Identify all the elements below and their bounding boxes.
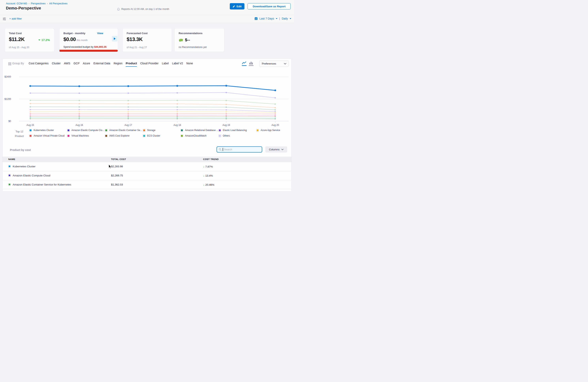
table-row[interactable]: Amazon Elastic Compute Cloud$2,269.75↓13… [2, 171, 292, 180]
budget-exceeded-label: Spend exceeded budget by [63, 46, 94, 48]
legend-label: Amazon Relational Database ... [185, 129, 218, 132]
legend-label: Amazon Elastic Container Se... [109, 129, 142, 132]
svg-text:Aug 18: Aug 18 [173, 124, 181, 127]
row-name: Amazon Elastic Compute Cloud [13, 174, 50, 177]
legend-label: ECS Cluster [147, 134, 160, 137]
edit-button-label: Edit [236, 5, 242, 8]
legend-item[interactable]: Azure App Service [256, 129, 294, 132]
row-name: Amazon Elastic Container Service for Kub… [13, 183, 71, 186]
legend-item[interactable]: Kubernetes Cluster [29, 129, 67, 132]
download-save-report-button[interactable]: Download/Save as Report [248, 3, 291, 9]
tab-cost-categories[interactable]: Cost Categories [29, 62, 48, 65]
legend-item[interactable]: AmazonCloudWatch [181, 134, 219, 137]
legend-label: Others [223, 134, 230, 137]
legend-item[interactable]: Virtual Machines [67, 134, 105, 137]
svg-text:Aug 19: Aug 19 [222, 124, 230, 127]
search-input[interactable] [224, 148, 258, 151]
trend-down-arrow-icon: ↓ [203, 165, 205, 168]
page-header: Account: CCM-NG › Perspectives › All Per… [0, 0, 294, 15]
tab-azure[interactable]: Azure [83, 62, 90, 65]
forecasted-cost-period: of Aug 21 - Aug 27 [127, 46, 147, 49]
legend-swatch [29, 134, 32, 137]
breadcrumb-all-perspectives-link[interactable]: All Perspectives [49, 2, 67, 5]
group-by-label: Group By [12, 62, 24, 65]
tab-region[interactable]: Region [114, 62, 122, 65]
total-cost-period: of Aug 15 - Aug 20 [9, 46, 29, 49]
total-cost-card: Total Cost $11.2K 17.2% of Aug 15 - Aug … [5, 28, 54, 52]
row-total-cost: $1,362.03 [111, 183, 123, 186]
svg-text:Aug 16: Aug 16 [75, 124, 83, 127]
date-range-selector[interactable]: Last 7 Days [259, 17, 274, 20]
bell-icon [117, 7, 120, 11]
legend-label: Elastic Load Balancing [223, 129, 247, 132]
legend-item[interactable]: ECS Cluster [143, 134, 181, 137]
legend-label: Kubernetes Cluster [34, 129, 54, 132]
y-axis-tick: $2400 [1, 75, 11, 78]
legend-item[interactable]: Amazon Relational Database ... [181, 129, 219, 132]
legend-item[interactable]: Elastic Load Balancing [219, 129, 256, 132]
legend-label: Storage [147, 129, 155, 132]
column-header-cost-trend: COST TREND [203, 158, 219, 160]
bar-chart-icon [249, 61, 253, 65]
budget-view-link[interactable]: View [97, 32, 103, 35]
breadcrumb-account-link[interactable]: Account: CCM-NG [6, 2, 27, 5]
search-box[interactable] [217, 146, 262, 153]
budget-value: $0.00this month [63, 36, 87, 42]
tab-external-data[interactable]: External Data [93, 62, 110, 65]
tab-label[interactable]: Label [162, 62, 169, 65]
tab-gcp[interactable]: GCP [74, 62, 79, 65]
preferences-dropdown[interactable]: Preferences [259, 60, 289, 67]
pencil-icon [232, 5, 235, 8]
row-color-swatch [8, 174, 11, 177]
filter-bar: + add filter Last 7 Days | Daily [0, 15, 294, 23]
divider: | [279, 17, 280, 20]
line-chart-toggle[interactable] [242, 61, 247, 66]
legend-swatch [181, 134, 183, 137]
table-section-title: Product by cost [10, 148, 31, 152]
budget-expand-button[interactable] [112, 36, 117, 41]
table-row[interactable]: Amazon Elastic Container Service for Kub… [2, 180, 292, 189]
tab-aws[interactable]: AWS [64, 62, 70, 65]
legend-item[interactable]: Amazon Elastic Container Se... [105, 129, 143, 132]
row-total-cost: $2,283.98 [111, 165, 123, 168]
svg-text:Aug 15: Aug 15 [26, 124, 34, 127]
chart-legend-row-2: Amazon Virtual Private CloudVirtual Mach… [29, 134, 256, 137]
chevron-down-icon[interactable] [290, 18, 291, 19]
add-filter-button[interactable]: + add filter [9, 17, 22, 20]
budget-amount: $0.00 [63, 36, 76, 42]
granularity-selector[interactable]: Daily [282, 17, 288, 20]
legend-swatch [181, 129, 183, 132]
legend-item[interactable]: Amazon Virtual Private Cloud [29, 134, 67, 137]
legend-item[interactable]: Others [219, 134, 256, 137]
table-row[interactable]: Kubernetes Cluster$2,283.98↓7.87% [2, 162, 292, 171]
legend-swatch [105, 134, 107, 137]
columns-label: Columns [269, 148, 279, 151]
svg-text:Aug 17: Aug 17 [125, 124, 132, 127]
legend-swatch [29, 129, 32, 132]
recommendations-note: no Recommendations yet [179, 46, 207, 49]
bar-chart-toggle[interactable] [249, 61, 253, 66]
tab-product[interactable]: Product [126, 61, 137, 65]
legend-swatch [219, 134, 221, 137]
breadcrumb-perspectives-link[interactable]: Perspectives [31, 2, 45, 5]
tab-label-v2[interactable]: Label V2 [172, 62, 183, 65]
tab-none[interactable]: None [186, 62, 193, 65]
legend-label: AmazonCloudWatch [185, 134, 207, 137]
legend-swatch [256, 129, 259, 132]
legend-item[interactable]: Amazon Elastic Compute Clo... [67, 129, 105, 132]
legend-swatch [105, 129, 107, 132]
filter-sliders-icon[interactable] [2, 17, 6, 21]
legend-swatch [67, 129, 70, 132]
trend-percent: 20.46% [205, 183, 214, 186]
legend-item[interactable]: Storage [143, 129, 181, 132]
chevron-down-icon[interactable] [276, 18, 277, 19]
y-axis-tick: $1200 [1, 98, 11, 100]
legend-item[interactable]: AWS Cost Explorer [105, 134, 143, 137]
tab-cluster[interactable]: Cluster [52, 62, 61, 65]
row-cost-trend: ↓20.46% [203, 183, 214, 186]
edit-button[interactable]: Edit [230, 3, 244, 9]
tab-cloud-provider[interactable]: Cloud Provider [140, 62, 159, 65]
text-cursor [223, 148, 223, 151]
columns-dropdown[interactable]: Columns [265, 146, 287, 153]
budget-amount-suffix: this month [77, 39, 87, 42]
